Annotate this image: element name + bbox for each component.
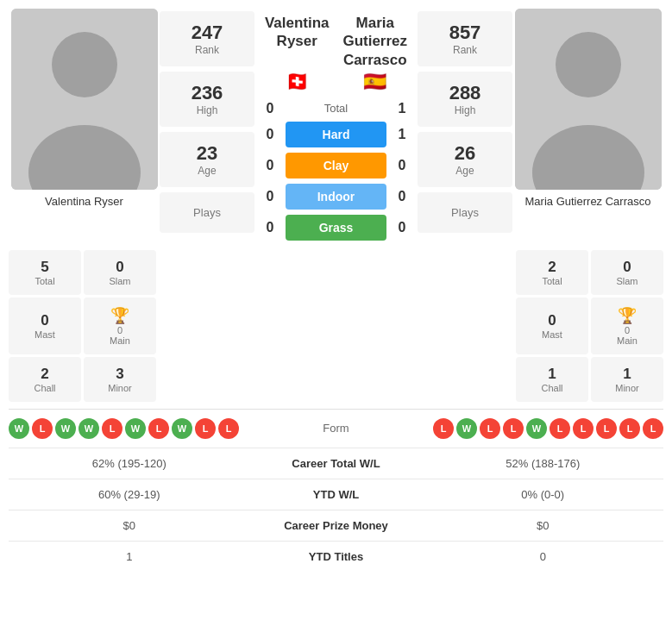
right-age-label: Age xyxy=(428,165,502,177)
left-high-value: 236 xyxy=(170,82,244,104)
left-total-val: 5 xyxy=(12,259,78,276)
left-slam-val: 0 xyxy=(87,259,153,276)
left-slam-block: 0 Slam xyxy=(84,250,156,295)
right-high-label: High xyxy=(428,104,502,116)
indoor-button: Indoor xyxy=(286,184,386,210)
right-age-value: 26 xyxy=(428,142,502,165)
right-mast-block: 0 Mast xyxy=(516,297,588,354)
left-rank-block: 247 Rank xyxy=(160,11,254,66)
left-name-top: Valentina Ryser xyxy=(258,14,336,69)
left-player-section: Valentina Ryser xyxy=(9,9,160,208)
left-mast-lbl: Mast xyxy=(35,329,55,340)
total-left-score: 0 xyxy=(258,101,282,116)
left-minor-block: 3 Minor xyxy=(84,357,156,402)
right-form-badge-8: L xyxy=(619,418,640,439)
right-form-badge-5: L xyxy=(550,418,570,439)
left-slam-lbl: Slam xyxy=(87,276,153,286)
right-player-section: Maria Gutierrez Carrasco xyxy=(512,9,663,208)
left-form-badge-2: W xyxy=(55,418,76,439)
left-minor-val: 3 xyxy=(87,366,153,383)
left-main-lbl: Main xyxy=(110,335,130,346)
mini-stats-section: 5 Total 0 Slam 0 Mast 🏆 0 Main 2 Chall 3 xyxy=(9,250,663,402)
left-player-name-below: Valentina Ryser xyxy=(45,195,123,208)
right-slam-lbl: Slam xyxy=(594,276,660,286)
left-age-block: 23 Age xyxy=(160,132,254,187)
right-chall-lbl: Chall xyxy=(519,383,585,393)
right-form-badge-4: W xyxy=(526,418,547,439)
right-slam-block: 0 Slam xyxy=(591,250,663,295)
right-chall-val: 1 xyxy=(519,366,585,383)
flags-row: 🇨🇭 🇪🇸 xyxy=(258,71,414,98)
total-label: Total xyxy=(282,102,390,115)
left-form-badge-4: L xyxy=(102,418,122,439)
right-rank-block: 857 Rank xyxy=(418,11,512,66)
right-mini-stats: 2 Total 0 Slam 0 Mast 🏆 0 Main 1 Chall 1 xyxy=(512,250,663,402)
right-total-block: 2 Total xyxy=(516,250,588,295)
prize-money-row: $0 Career Prize Money $0 xyxy=(9,510,663,541)
indoor-left-score: 0 xyxy=(258,189,282,204)
right-total-lbl: Total xyxy=(519,276,585,286)
left-chall-lbl: Chall xyxy=(12,383,78,393)
left-chall-val: 2 xyxy=(12,366,78,383)
right-main-val: 0 xyxy=(625,325,630,335)
svg-point-1 xyxy=(52,32,117,97)
right-minor-val: 1 xyxy=(594,366,660,383)
right-main-lbl: Main xyxy=(617,335,637,346)
clay-left-score: 0 xyxy=(258,158,282,173)
form-label: Form xyxy=(285,422,388,435)
form-row: W L W W L W L W L L Form L W L L W L L xyxy=(9,418,663,439)
ytd-titles-left: 1 xyxy=(9,550,250,563)
grass-button: Grass xyxy=(286,215,386,241)
prize-left: $0 xyxy=(9,519,250,532)
main-container: Valentina Ryser 247 Rank 236 High 23 Age… xyxy=(0,0,672,580)
right-rank-value: 857 xyxy=(428,22,502,44)
right-trophy-block: 🏆 0 Main xyxy=(591,297,663,354)
center-column: Valentina Ryser Maria Gutierrez Carrasco… xyxy=(254,9,418,243)
total-right-score: 1 xyxy=(390,101,414,116)
ytd-wl-right: 0% (0-0) xyxy=(423,488,664,501)
grass-row: 0 Grass 0 xyxy=(258,215,414,241)
right-slam-val: 0 xyxy=(594,259,660,276)
right-player-name-below: Maria Gutierrez Carrasco xyxy=(525,195,651,208)
right-flag: 🇪🇸 xyxy=(336,71,415,93)
ytd-titles-row: 1 YTD Titles 0 xyxy=(9,541,663,572)
stats-rows: 62% (195-120) Career Total W/L 52% (188-… xyxy=(9,448,663,572)
career-wl-left: 62% (195-120) xyxy=(9,457,250,470)
left-player-photo xyxy=(11,9,158,190)
left-chall-block: 2 Chall xyxy=(9,357,81,402)
right-minor-lbl: Minor xyxy=(594,383,660,393)
right-form-badge-3: L xyxy=(503,418,524,439)
left-mini-stats: 5 Total 0 Slam 0 Mast 🏆 0 Main 2 Chall 3 xyxy=(9,250,160,402)
grass-left-score: 0 xyxy=(258,220,282,235)
left-rank-value: 247 xyxy=(170,22,244,44)
left-plays-label: Plays xyxy=(173,206,241,219)
hard-row: 0 Hard 1 xyxy=(258,122,414,147)
left-minor-lbl: Minor xyxy=(87,383,153,393)
right-form-badge-9: L xyxy=(643,418,663,439)
hard-left-score: 0 xyxy=(258,127,282,142)
left-mast-block: 0 Mast xyxy=(9,297,81,354)
clay-right-score: 0 xyxy=(390,158,414,173)
indoor-right-score: 0 xyxy=(390,189,414,204)
right-minor-block: 1 Minor xyxy=(591,357,663,402)
left-trophy-block: 🏆 0 Main xyxy=(84,297,156,354)
right-form-badges: L W L L W L L L L L xyxy=(388,418,664,439)
left-age-value: 23 xyxy=(170,142,244,165)
names-row: Valentina Ryser Maria Gutierrez Carrasco xyxy=(258,9,414,71)
left-form-badge-5: W xyxy=(125,418,146,439)
right-high-value: 288 xyxy=(428,82,502,104)
left-total-lbl: Total xyxy=(12,276,78,286)
right-form-badge-7: L xyxy=(596,418,617,439)
left-high-label: High xyxy=(170,104,244,116)
left-form-badge-9: L xyxy=(218,418,239,439)
right-plays-block: Plays xyxy=(418,192,512,233)
left-form-badges: W L W W L W L W L L xyxy=(9,418,285,439)
career-wl-row: 62% (195-120) Career Total W/L 52% (188-… xyxy=(9,448,663,479)
center-spacer xyxy=(160,250,512,402)
left-high-block: 236 High xyxy=(160,72,254,127)
ytd-titles-right: 0 xyxy=(423,550,664,563)
right-mast-lbl: Mast xyxy=(542,329,562,340)
right-plays-label: Plays xyxy=(431,206,499,219)
ytd-wl-label: YTD W/L xyxy=(250,488,423,501)
prize-label: Career Prize Money xyxy=(250,519,423,532)
